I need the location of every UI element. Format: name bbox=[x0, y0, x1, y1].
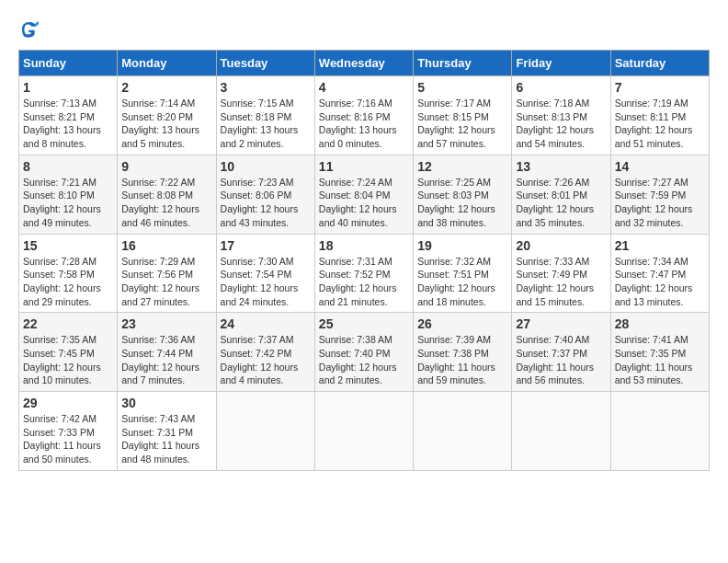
calendar-cell: 8 Sunrise: 7:21 AMSunset: 8:10 PMDayligh… bbox=[19, 155, 118, 234]
day-info: Sunrise: 7:37 AMSunset: 7:42 PMDaylight:… bbox=[221, 333, 311, 387]
day-info: Sunrise: 7:40 AMSunset: 7:37 PMDaylight:… bbox=[516, 333, 606, 387]
day-info: Sunrise: 7:30 AMSunset: 7:54 PMDaylight:… bbox=[221, 255, 311, 309]
calendar-cell: 23 Sunrise: 7:36 AMSunset: 7:44 PMDaylig… bbox=[118, 313, 216, 392]
calendar-cell: 24 Sunrise: 7:37 AMSunset: 7:42 PMDaylig… bbox=[216, 313, 314, 392]
calendar-cell: 21 Sunrise: 7:34 AMSunset: 7:47 PMDaylig… bbox=[610, 234, 709, 313]
calendar-cell: 28 Sunrise: 7:41 AMSunset: 7:35 PMDaylig… bbox=[610, 313, 709, 392]
calendar-week-row: 1 Sunrise: 7:13 AMSunset: 8:21 PMDayligh… bbox=[19, 76, 710, 155]
day-number: 19 bbox=[417, 238, 507, 253]
day-info: Sunrise: 7:39 AMSunset: 7:38 PMDaylight:… bbox=[417, 333, 507, 387]
calendar-cell: 13 Sunrise: 7:26 AMSunset: 8:01 PMDaylig… bbox=[512, 155, 610, 234]
day-info: Sunrise: 7:27 AMSunset: 7:59 PMDaylight:… bbox=[615, 176, 705, 230]
day-header-sunday: Sunday bbox=[19, 51, 118, 76]
day-number: 16 bbox=[121, 238, 211, 253]
page-header bbox=[18, 18, 710, 40]
day-number: 20 bbox=[516, 238, 606, 253]
day-number: 27 bbox=[516, 316, 606, 331]
calendar-header-row: SundayMondayTuesdayWednesdayThursdayFrid… bbox=[19, 51, 710, 76]
day-number: 22 bbox=[23, 316, 113, 331]
calendar-cell: 22 Sunrise: 7:35 AMSunset: 7:45 PMDaylig… bbox=[19, 313, 118, 392]
day-number: 23 bbox=[121, 316, 211, 331]
day-info: Sunrise: 7:17 AMSunset: 8:15 PMDaylight:… bbox=[417, 97, 507, 151]
day-number: 17 bbox=[221, 238, 311, 253]
calendar-cell: 16 Sunrise: 7:29 AMSunset: 7:56 PMDaylig… bbox=[118, 234, 216, 313]
calendar-cell: 25 Sunrise: 7:38 AMSunset: 7:40 PMDaylig… bbox=[314, 313, 413, 392]
day-info: Sunrise: 7:13 AMSunset: 8:21 PMDaylight:… bbox=[23, 97, 113, 151]
calendar-week-row: 8 Sunrise: 7:21 AMSunset: 8:10 PMDayligh… bbox=[19, 155, 710, 234]
day-number: 15 bbox=[23, 238, 113, 253]
calendar-cell: 5 Sunrise: 7:17 AMSunset: 8:15 PMDayligh… bbox=[414, 76, 512, 155]
calendar-cell: 27 Sunrise: 7:40 AMSunset: 7:37 PMDaylig… bbox=[512, 313, 610, 392]
day-info: Sunrise: 7:18 AMSunset: 8:13 PMDaylight:… bbox=[516, 97, 606, 151]
day-header-saturday: Saturday bbox=[610, 51, 709, 76]
calendar-cell: 15 Sunrise: 7:28 AMSunset: 7:58 PMDaylig… bbox=[19, 234, 118, 313]
day-info: Sunrise: 7:16 AMSunset: 8:16 PMDaylight:… bbox=[319, 97, 409, 151]
day-info: Sunrise: 7:26 AMSunset: 8:01 PMDaylight:… bbox=[516, 176, 606, 230]
day-header-thursday: Thursday bbox=[414, 51, 512, 76]
calendar-cell: 10 Sunrise: 7:23 AMSunset: 8:06 PMDaylig… bbox=[216, 155, 314, 234]
calendar-cell: 29 Sunrise: 7:42 AMSunset: 7:33 PMDaylig… bbox=[19, 392, 118, 471]
calendar-cell: 19 Sunrise: 7:32 AMSunset: 7:51 PMDaylig… bbox=[414, 234, 512, 313]
calendar-week-row: 22 Sunrise: 7:35 AMSunset: 7:45 PMDaylig… bbox=[19, 313, 710, 392]
day-header-monday: Monday bbox=[118, 51, 216, 76]
calendar-cell: 4 Sunrise: 7:16 AMSunset: 8:16 PMDayligh… bbox=[314, 76, 413, 155]
calendar-cell: 26 Sunrise: 7:39 AMSunset: 7:38 PMDaylig… bbox=[414, 313, 512, 392]
day-number: 5 bbox=[417, 80, 507, 95]
day-number: 10 bbox=[221, 159, 311, 174]
day-info: Sunrise: 7:15 AMSunset: 8:18 PMDaylight:… bbox=[221, 97, 311, 151]
calendar-cell: 20 Sunrise: 7:33 AMSunset: 7:49 PMDaylig… bbox=[512, 234, 610, 313]
day-info: Sunrise: 7:28 AMSunset: 7:58 PMDaylight:… bbox=[23, 255, 113, 309]
day-number: 24 bbox=[221, 316, 311, 331]
day-number: 2 bbox=[121, 80, 211, 95]
calendar-cell: 3 Sunrise: 7:15 AMSunset: 8:18 PMDayligh… bbox=[216, 76, 314, 155]
calendar-week-row: 15 Sunrise: 7:28 AMSunset: 7:58 PMDaylig… bbox=[19, 234, 710, 313]
day-number: 14 bbox=[615, 159, 705, 174]
day-info: Sunrise: 7:31 AMSunset: 7:52 PMDaylight:… bbox=[319, 255, 409, 309]
calendar-cell: 14 Sunrise: 7:27 AMSunset: 7:59 PMDaylig… bbox=[610, 155, 709, 234]
day-number: 3 bbox=[221, 80, 311, 95]
day-header-wednesday: Wednesday bbox=[314, 51, 413, 76]
day-info: Sunrise: 7:29 AMSunset: 7:56 PMDaylight:… bbox=[121, 255, 211, 309]
calendar-cell: 30 Sunrise: 7:43 AMSunset: 7:31 PMDaylig… bbox=[118, 392, 216, 471]
day-number: 25 bbox=[319, 316, 409, 331]
day-info: Sunrise: 7:41 AMSunset: 7:35 PMDaylight:… bbox=[615, 333, 705, 387]
calendar-cell bbox=[414, 392, 512, 471]
calendar-table: SundayMondayTuesdayWednesdayThursdayFrid… bbox=[18, 50, 710, 471]
day-number: 26 bbox=[417, 316, 507, 331]
calendar-cell bbox=[216, 392, 314, 471]
day-info: Sunrise: 7:21 AMSunset: 8:10 PMDaylight:… bbox=[23, 176, 113, 230]
calendar-week-row: 29 Sunrise: 7:42 AMSunset: 7:33 PMDaylig… bbox=[19, 392, 710, 471]
day-header-tuesday: Tuesday bbox=[216, 51, 314, 76]
day-info: Sunrise: 7:36 AMSunset: 7:44 PMDaylight:… bbox=[121, 333, 211, 387]
day-info: Sunrise: 7:14 AMSunset: 8:20 PMDaylight:… bbox=[121, 97, 211, 151]
day-number: 6 bbox=[516, 80, 606, 95]
day-number: 4 bbox=[319, 80, 409, 95]
day-number: 11 bbox=[319, 159, 409, 174]
calendar-cell bbox=[610, 392, 709, 471]
calendar-cell: 17 Sunrise: 7:30 AMSunset: 7:54 PMDaylig… bbox=[216, 234, 314, 313]
day-number: 28 bbox=[615, 316, 705, 331]
calendar-cell bbox=[314, 392, 413, 471]
calendar-cell: 18 Sunrise: 7:31 AMSunset: 7:52 PMDaylig… bbox=[314, 234, 413, 313]
day-number: 8 bbox=[23, 159, 113, 174]
calendar-cell: 2 Sunrise: 7:14 AMSunset: 8:20 PMDayligh… bbox=[118, 76, 216, 155]
day-number: 1 bbox=[23, 80, 113, 95]
day-info: Sunrise: 7:32 AMSunset: 7:51 PMDaylight:… bbox=[417, 255, 507, 309]
logo bbox=[18, 18, 44, 40]
calendar-cell: 11 Sunrise: 7:24 AMSunset: 8:04 PMDaylig… bbox=[314, 155, 413, 234]
calendar-cell: 1 Sunrise: 7:13 AMSunset: 8:21 PMDayligh… bbox=[19, 76, 118, 155]
calendar-cell: 12 Sunrise: 7:25 AMSunset: 8:03 PMDaylig… bbox=[414, 155, 512, 234]
calendar-cell: 6 Sunrise: 7:18 AMSunset: 8:13 PMDayligh… bbox=[512, 76, 610, 155]
logo-icon bbox=[18, 18, 40, 40]
day-info: Sunrise: 7:25 AMSunset: 8:03 PMDaylight:… bbox=[417, 176, 507, 230]
day-number: 21 bbox=[615, 238, 705, 253]
day-info: Sunrise: 7:24 AMSunset: 8:04 PMDaylight:… bbox=[319, 176, 409, 230]
day-number: 29 bbox=[23, 396, 113, 410]
day-number: 7 bbox=[615, 80, 705, 95]
day-number: 9 bbox=[121, 159, 211, 174]
day-info: Sunrise: 7:33 AMSunset: 7:49 PMDaylight:… bbox=[516, 255, 606, 309]
day-number: 13 bbox=[516, 159, 606, 174]
day-info: Sunrise: 7:23 AMSunset: 8:06 PMDaylight:… bbox=[221, 176, 311, 230]
day-info: Sunrise: 7:35 AMSunset: 7:45 PMDaylight:… bbox=[23, 333, 113, 387]
day-info: Sunrise: 7:38 AMSunset: 7:40 PMDaylight:… bbox=[319, 333, 409, 387]
